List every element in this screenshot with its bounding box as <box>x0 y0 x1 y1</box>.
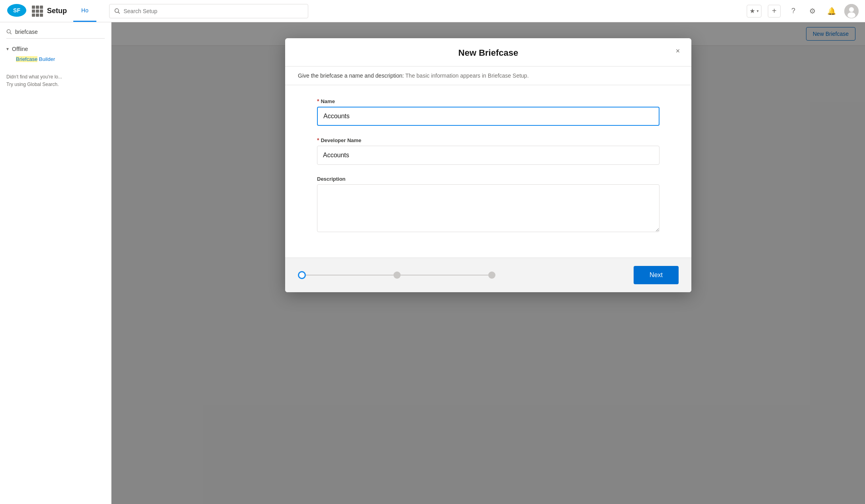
gear-icon[interactable]: ⚙ <box>806 5 819 18</box>
search-icon <box>114 8 120 14</box>
developer-name-label: * Developer Name <box>317 137 660 143</box>
modal-overlay: New Briefcase × Give the briefcase a nam… <box>112 22 865 504</box>
modal-body: * Name * Developer Name <box>285 85 691 258</box>
stepper <box>298 271 634 279</box>
nav-tabs: Ho <box>73 0 96 22</box>
developer-name-form-group: * Developer Name <box>317 137 660 165</box>
developer-name-input[interactable] <box>317 146 660 165</box>
favorites-dropdown[interactable]: ★ ▾ <box>747 5 761 18</box>
footer-line2: Try using Global Search. <box>6 81 105 88</box>
name-label: * Name <box>317 98 660 104</box>
chevron-down-icon: ▾ <box>6 46 9 52</box>
search-bar <box>109 4 308 18</box>
sidebar-search-icon <box>6 29 12 35</box>
name-label-text: Name <box>321 98 335 104</box>
item-suffix: Builder <box>37 56 55 62</box>
add-icon[interactable]: + <box>768 5 781 18</box>
subtitle-hint: The basic information appears in Briefca… <box>404 72 528 79</box>
sidebar-section-label: Offline <box>12 46 28 52</box>
description-form-group: Description <box>317 176 660 234</box>
step-1-dot <box>298 271 306 279</box>
modal-close-button[interactable]: × <box>672 45 683 57</box>
developer-name-label-text: Developer Name <box>321 137 361 143</box>
help-icon[interactable]: ? <box>787 5 800 18</box>
name-required-star: * <box>317 98 319 104</box>
chevron-down-icon: ▾ <box>757 9 759 13</box>
tab-home[interactable]: Ho <box>73 0 96 22</box>
next-button[interactable]: Next <box>634 266 679 284</box>
sidebar-item-briefcase-builder[interactable]: Briefcase Builder <box>6 55 105 64</box>
svg-line-8 <box>10 33 11 34</box>
main-layout: briefcase ▾ Offline Briefcase Builder Di… <box>0 22 865 504</box>
sidebar-search: briefcase <box>6 29 105 39</box>
step-3-dot <box>488 272 495 279</box>
search-input[interactable] <box>123 8 303 14</box>
sidebar-offline-header[interactable]: ▾ Offline <box>6 43 105 55</box>
modal-footer: Next <box>285 258 691 292</box>
name-form-group: * Name <box>317 98 660 126</box>
description-textarea[interactable] <box>317 184 660 232</box>
item-highlight: Briefcase <box>16 56 37 62</box>
bell-icon[interactable]: 🔔 <box>825 5 838 18</box>
step-line-1 <box>306 275 393 275</box>
sidebar: briefcase ▾ Offline Briefcase Builder Di… <box>0 22 112 504</box>
step-line-2 <box>401 275 488 275</box>
salesforce-logo[interactable]: SF <box>6 3 27 19</box>
svg-point-5 <box>849 7 854 12</box>
modal-title: New Briefcase <box>298 48 679 58</box>
sidebar-offline-section: ▾ Offline Briefcase Builder <box>6 43 105 64</box>
description-label: Description <box>317 176 660 182</box>
nav-actions: ★ ▾ + ? ⚙ 🔔 <box>747 4 859 18</box>
description-label-text: Description <box>317 176 346 182</box>
app-title: Setup <box>47 7 67 15</box>
sidebar-footer: Didn't find what you're lo... Try using … <box>6 73 105 88</box>
modal-subtitle-bar: Give the briefcase a name and descriptio… <box>285 66 691 85</box>
setup-title: Setup <box>32 6 67 17</box>
sidebar-search-value: briefcase <box>15 29 38 35</box>
modal-subtitle: Give the briefcase a name and descriptio… <box>298 72 529 79</box>
dev-name-required-star: * <box>317 137 319 143</box>
step-2-dot <box>393 272 401 279</box>
content-area: New Briefcase New Briefcase × Give the b… <box>112 22 865 504</box>
svg-point-6 <box>847 12 855 18</box>
grid-icon <box>32 6 43 17</box>
modal-dialog: New Briefcase × Give the briefcase a nam… <box>285 38 691 292</box>
modal-header: New Briefcase × <box>285 38 691 66</box>
name-input[interactable] <box>317 107 660 126</box>
star-icon: ★ <box>750 7 755 15</box>
top-nav: SF Setup Ho ★ ▾ + ? ⚙ 🔔 <box>0 0 865 22</box>
footer-line1: Didn't find what you're lo... <box>6 73 105 81</box>
svg-text:SF: SF <box>13 7 20 14</box>
subtitle-main: Give the briefcase a name and descriptio… <box>298 72 404 79</box>
svg-line-3 <box>118 12 119 13</box>
avatar[interactable] <box>844 4 859 18</box>
